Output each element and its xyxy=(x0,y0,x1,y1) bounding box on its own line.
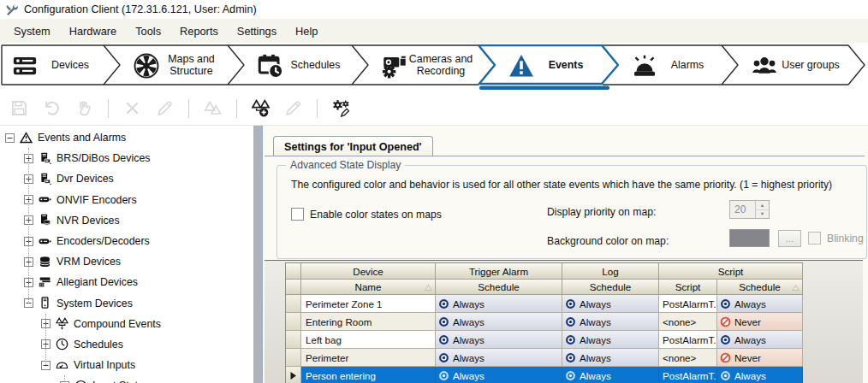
nav-tab-alarms[interactable]: Alarms xyxy=(618,44,738,85)
cell-log-schedule[interactable]: Always xyxy=(562,313,659,331)
nav-tab-devices[interactable]: Devices xyxy=(2,44,120,85)
expander-minus[interactable] xyxy=(5,133,15,143)
tree-item-virtual-inputs[interactable]: Virtual Inputs xyxy=(0,355,253,375)
nav-ribbon: Devices Maps and Structure Schedules Cam… xyxy=(0,43,868,91)
cell-script[interactable]: <none> xyxy=(659,349,717,367)
tree-item-vrm-devices[interactable]: VRM Devices xyxy=(0,251,253,272)
blinking-checkbox[interactable] xyxy=(808,232,821,245)
col-header-trigger-schedule[interactable]: Schedule xyxy=(436,280,562,295)
schedule-value: Always xyxy=(453,334,485,345)
tree-item-allegiant-devices[interactable]: Allegiant Devices xyxy=(0,272,253,292)
cell-trigger-schedule[interactable]: Always xyxy=(436,349,562,367)
nvr-device-icon xyxy=(39,214,51,227)
cell-name[interactable]: Left bag xyxy=(301,331,436,349)
settings-panel: Settings for 'Input Opened' Advanced Sta… xyxy=(262,126,868,383)
tree-item-compound-events[interactable]: Compound Events xyxy=(0,314,253,334)
nav-tab-cameras-and-recording[interactable]: Cameras and Recording xyxy=(368,44,495,85)
col-group-device[interactable]: Device xyxy=(301,263,436,280)
cell-script-schedule[interactable]: Always xyxy=(717,367,803,383)
always-icon xyxy=(438,298,449,309)
menu-reports[interactable]: Reports xyxy=(170,21,228,42)
table-row-perimeter[interactable]: Perimeter Always Always <none> Never xyxy=(286,349,803,367)
tree-item-schedules[interactable]: Schedules xyxy=(0,334,253,355)
cell-name[interactable]: Entering Room xyxy=(301,313,436,331)
table-row-perimeter-zone-1[interactable]: Perimeter Zone 1 Always Always PostAlarm… xyxy=(286,295,803,313)
cell-trigger-schedule[interactable]: Always xyxy=(436,367,562,383)
nav-tab-schedules[interactable]: Schedules xyxy=(244,44,368,85)
cell-script[interactable]: PostAlarmT... xyxy=(659,331,717,349)
menu-help[interactable]: Help xyxy=(286,21,327,42)
spinner-down-icon[interactable]: ▼ xyxy=(756,210,769,219)
cell-script-schedule[interactable]: Never xyxy=(717,313,803,331)
menu-system[interactable]: System xyxy=(4,21,60,42)
row-header[interactable] xyxy=(286,349,301,367)
nav-tab-events[interactable]: Events xyxy=(495,44,618,85)
app-window: Configuration Client (172.31.6.121, User… xyxy=(0,0,868,383)
cell-script-schedule[interactable]: Always xyxy=(717,295,803,313)
menu-tools[interactable]: Tools xyxy=(126,21,170,42)
tree-item-brs-dibos-devices[interactable]: BRS/DiBos Devices xyxy=(0,148,253,168)
enable-color-states-checkbox[interactable] xyxy=(291,208,304,221)
tree-item-input-stat[interactable]: Input Stat xyxy=(0,375,253,383)
tree-item-onvif-encoders[interactable]: ONVIF Encoders xyxy=(0,190,253,210)
cell-log-schedule[interactable]: Always xyxy=(562,295,659,313)
cell-script[interactable]: <none> xyxy=(659,313,717,331)
cell-name[interactable]: Person entering xyxy=(301,367,436,383)
splitter[interactable] xyxy=(253,126,262,383)
corner-header xyxy=(286,263,301,280)
schedule-value: Always xyxy=(580,370,611,381)
cell-script[interactable]: PostAlarmT... xyxy=(659,367,717,383)
row-header[interactable] xyxy=(286,331,301,349)
cell-script-schedule[interactable]: Never xyxy=(717,349,803,367)
nav-tab-user-groups[interactable]: User groups xyxy=(738,44,865,85)
spinner-up-icon[interactable]: ▲ xyxy=(756,201,769,210)
col-header-log-schedule[interactable]: Schedule xyxy=(562,280,659,295)
tree-item-encoders-decoders[interactable]: Encoders/Decoders xyxy=(0,231,253,251)
tree-item-dvr-devices[interactable]: Dvr Devices xyxy=(0,168,253,189)
cell-script-schedule[interactable]: Always xyxy=(717,331,803,349)
corner-header xyxy=(286,280,301,295)
cell-script[interactable]: PostAlarmT... xyxy=(659,295,717,313)
toolbar-add-compound-event-icon[interactable] xyxy=(252,99,270,117)
cell-trigger-schedule[interactable]: Always xyxy=(436,313,562,331)
col-header-name[interactable]: Name xyxy=(301,280,436,295)
devices-icon xyxy=(12,53,38,79)
table-row-left-bag[interactable]: Left bag Always Always PostAlarmT... Alw… xyxy=(286,331,803,349)
encoder-icon xyxy=(39,193,51,206)
cell-trigger-schedule[interactable]: Always xyxy=(436,331,562,349)
tree-item-system-devices[interactable]: System Devices xyxy=(0,293,253,314)
menu-hardware[interactable]: Hardware xyxy=(60,21,126,42)
cell-log-schedule[interactable]: Always xyxy=(562,367,659,383)
menu-settings[interactable]: Settings xyxy=(228,21,286,42)
table-row-person-entering[interactable]: Person entering Always Always PostAlarmT… xyxy=(286,367,803,383)
tree-item-events-and-alarms[interactable]: Events and Alarms xyxy=(0,127,253,148)
toolbar-separator xyxy=(236,99,237,118)
row-header[interactable] xyxy=(286,367,301,383)
toolbar-separator xyxy=(188,99,189,118)
tree-item-nvr-devices[interactable]: NVR Devices xyxy=(0,210,253,231)
toolbar-rename-icon xyxy=(156,99,174,117)
display-priority-spinner[interactable]: 20 ▲ ▼ xyxy=(729,200,770,219)
table-row-entering-room[interactable]: Entering Room Always Always <none> Never xyxy=(286,313,803,331)
cell-name[interactable]: Perimeter Zone 1 xyxy=(301,295,436,313)
cell-name[interactable]: Perimeter xyxy=(301,349,436,367)
col-header-script[interactable]: Script xyxy=(659,280,717,295)
cell-log-schedule[interactable]: Always xyxy=(562,331,659,349)
col-group-trigger-alarm[interactable]: Trigger Alarm xyxy=(436,263,562,280)
col-group-log[interactable]: Log xyxy=(562,263,659,280)
toolbar-delete-icon xyxy=(123,99,141,117)
tree-item-label: System Devices xyxy=(56,298,133,309)
background-color-swatch[interactable] xyxy=(729,229,770,247)
browse-color-button[interactable]: ... xyxy=(778,230,801,247)
toolbar-script-editor-icon[interactable] xyxy=(332,99,350,117)
enable-color-states-label: Enable color states on maps xyxy=(310,209,442,221)
tab-settings-for-input-opened[interactable]: Settings for 'Input Opened' xyxy=(273,136,433,156)
col-header-script-schedule[interactable]: Schedule xyxy=(717,280,803,295)
cell-log-schedule[interactable]: Always xyxy=(562,349,659,367)
row-header[interactable] xyxy=(286,295,301,313)
cell-trigger-schedule[interactable]: Always xyxy=(436,295,562,313)
nav-tab-label: Schedules xyxy=(282,44,349,85)
nav-tab-maps-and-structure[interactable]: Maps and Structure xyxy=(120,44,244,85)
col-group-script[interactable]: Script xyxy=(659,263,803,280)
row-header[interactable] xyxy=(286,313,301,331)
